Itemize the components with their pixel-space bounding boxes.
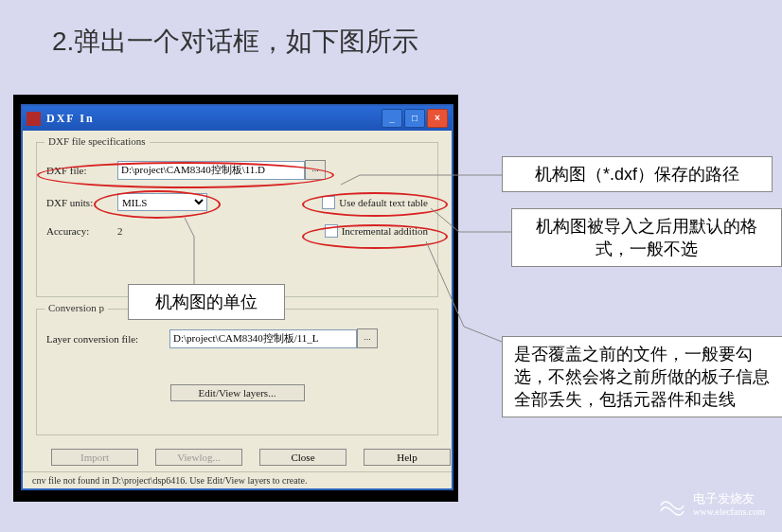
layer-file-label: Layer conversion file:: [46, 333, 169, 345]
maximize-button[interactable]: □: [404, 109, 425, 128]
viewlog-button[interactable]: Viewlog...: [155, 449, 242, 466]
group-title: DXF file specifications: [44, 135, 150, 147]
watermark-logo: 电子发烧友www.elecfans.com: [657, 490, 765, 521]
help-button[interactable]: Help: [364, 449, 451, 466]
edit-view-layers-button[interactable]: Edit/View layers...: [170, 384, 305, 401]
highlight-oval: [94, 190, 221, 219]
close-dialog-button[interactable]: Close: [259, 449, 347, 466]
import-button[interactable]: Import: [51, 449, 138, 466]
accuracy-label: Accuracy:: [46, 225, 117, 237]
annotation-units: 机构图的单位: [128, 284, 285, 320]
titlebar[interactable]: DXF In _ □ ×: [23, 106, 452, 131]
group-conversion: Conversion p Layer conversion file: ... …: [36, 309, 438, 435]
annotation-default-format: 机构图被导入之后用默认的格式，一般不选: [511, 208, 782, 267]
browse-layer-button[interactable]: ...: [357, 328, 378, 348]
group-title: Conversion p: [44, 302, 108, 313]
layer-file-input[interactable]: [169, 329, 357, 348]
button-bar: Import Viewlog... Close Help: [23, 443, 452, 471]
page-heading: 2.弹出一个对话框，如下图所示: [0, 0, 782, 60]
annotation-path: 机构图（*.dxf）保存的路径: [502, 156, 773, 192]
app-icon: [27, 112, 41, 126]
highlight-oval: [37, 162, 334, 188]
minimize-button[interactable]: _: [382, 109, 402, 128]
status-bar: cnv file not found in D:\project\dsp6416…: [23, 471, 452, 488]
window-title: DXF In: [46, 112, 95, 126]
close-button[interactable]: ×: [427, 109, 448, 128]
annotation-incremental: 是否覆盖之前的文件，一般要勾选，不然会将之前所做的板子信息全部丢失，包括元器件和…: [502, 336, 782, 417]
highlight-oval: [302, 192, 448, 217]
logo-icon: [657, 490, 687, 521]
